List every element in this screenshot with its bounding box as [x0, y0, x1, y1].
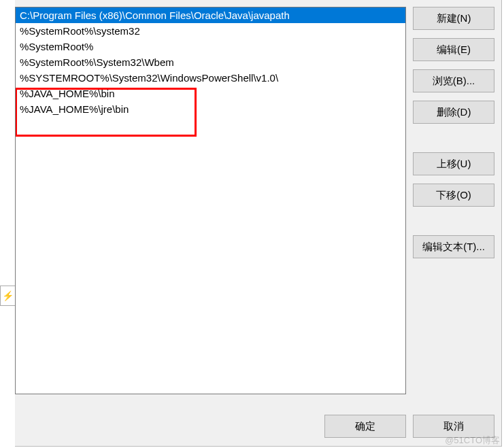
lightning-tab[interactable]: ⚡ — [0, 286, 15, 306]
edit-button[interactable]: 编辑(E) — [413, 38, 494, 61]
lightning-icon: ⚡ — [2, 290, 14, 301]
delete-button[interactable]: 删除(D) — [413, 101, 494, 124]
list-item[interactable]: %SYSTEMROOT%\System32\WindowsPowerShell\… — [16, 70, 405, 86]
list-item[interactable]: %JAVA_HOME%\bin — [16, 86, 405, 101]
new-button[interactable]: 新建(N) — [413, 7, 494, 30]
browse-button[interactable]: 浏览(B)... — [413, 69, 494, 92]
cancel-button[interactable]: 取消 — [413, 415, 494, 438]
dialog-bottom-row: 确定 取消 — [324, 415, 494, 438]
content-row: C:\Program Files (x86)\Common Files\Orac… — [15, 7, 494, 394]
move-down-button[interactable]: 下移(O) — [413, 184, 494, 207]
edit-text-button[interactable]: 编辑文本(T)... — [413, 235, 494, 258]
list-item[interactable]: C:\Program Files (x86)\Common Files\Orac… — [16, 7, 405, 23]
path-listbox[interactable]: C:\Program Files (x86)\Common Files\Orac… — [15, 7, 406, 394]
env-path-dialog: C:\Program Files (x86)\Common Files\Orac… — [15, 0, 502, 447]
list-item[interactable]: %JAVA_HOME%\jre\bin — [16, 101, 405, 117]
list-item[interactable]: %SystemRoot%\system32 — [16, 23, 405, 39]
list-item[interactable]: %SystemRoot% — [16, 39, 405, 54]
move-up-button[interactable]: 上移(U) — [413, 152, 494, 175]
side-button-column: 新建(N) 编辑(E) 浏览(B)... 删除(D) 上移(U) 下移(O) 编… — [413, 7, 494, 394]
ok-button[interactable]: 确定 — [324, 415, 406, 438]
list-item[interactable]: %SystemRoot%\System32\Wbem — [16, 54, 405, 70]
